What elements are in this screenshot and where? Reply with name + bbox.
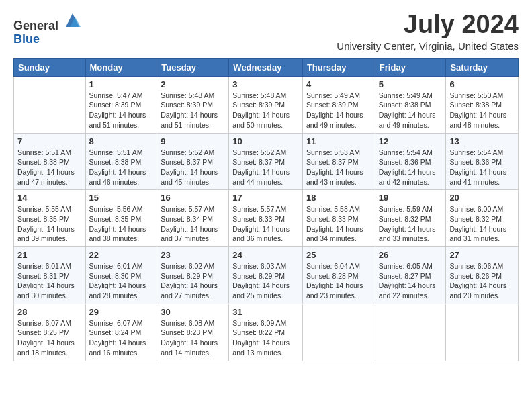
calendar-cell: 19Sunrise: 5:59 AM Sunset: 8:32 PM Dayli… [375,190,446,247]
calendar-cell: 16Sunrise: 5:57 AM Sunset: 8:34 PM Dayli… [157,190,229,247]
day-number: 11 [306,136,371,146]
calendar-cell: 5Sunrise: 5:49 AM Sunset: 8:38 PM Daylig… [375,76,446,133]
day-info: Sunrise: 6:02 AM Sunset: 8:29 PM Dayligh… [161,261,225,301]
day-info: Sunrise: 5:54 AM Sunset: 8:36 PM Dayligh… [449,148,515,187]
day-of-week-thursday: Thursday [302,58,375,76]
day-number: 25 [306,250,371,260]
calendar-cell: 8Sunrise: 5:51 AM Sunset: 8:38 PM Daylig… [85,133,157,190]
day-info: Sunrise: 6:01 AM Sunset: 8:31 PM Dayligh… [17,261,82,301]
calendar-cell: 26Sunrise: 6:05 AM Sunset: 8:27 PM Dayli… [375,247,446,304]
day-number: 16 [161,193,225,203]
calendar-cell [446,304,519,361]
calendar-cell: 18Sunrise: 5:58 AM Sunset: 8:33 PM Dayli… [302,190,375,247]
day-info: Sunrise: 5:57 AM Sunset: 8:34 PM Dayligh… [161,204,225,244]
day-info: Sunrise: 6:03 AM Sunset: 8:29 PM Dayligh… [232,261,299,301]
day-info: Sunrise: 5:56 AM Sunset: 8:35 PM Dayligh… [89,204,154,244]
day-number: 10 [232,136,299,146]
day-of-week-wednesday: Wednesday [229,58,303,76]
calendar-cell [302,304,375,361]
day-info: Sunrise: 5:52 AM Sunset: 8:37 PM Dayligh… [232,148,299,187]
day-number: 2 [161,79,225,89]
calendar-cell: 24Sunrise: 6:03 AM Sunset: 8:29 PM Dayli… [229,247,303,304]
calendar-cell: 21Sunrise: 6:01 AM Sunset: 8:31 PM Dayli… [14,247,86,304]
day-number: 27 [449,250,515,260]
day-number: 30 [161,307,225,317]
calendar-cell: 15Sunrise: 5:56 AM Sunset: 8:35 PM Dayli… [85,190,157,247]
day-info: Sunrise: 5:58 AM Sunset: 8:33 PM Dayligh… [306,204,371,244]
day-number: 14 [17,193,82,203]
calendar-cell: 13Sunrise: 5:54 AM Sunset: 8:36 PM Dayli… [446,133,519,190]
day-info: Sunrise: 6:00 AM Sunset: 8:32 PM Dayligh… [449,204,515,244]
calendar-cell: 17Sunrise: 5:57 AM Sunset: 8:33 PM Dayli… [229,190,303,247]
day-number: 1 [89,79,154,89]
calendar-cell: 6Sunrise: 5:50 AM Sunset: 8:38 PM Daylig… [446,76,519,133]
day-info: Sunrise: 5:55 AM Sunset: 8:35 PM Dayligh… [17,204,82,244]
day-number: 24 [232,250,299,260]
calendar-cell [375,304,446,361]
day-info: Sunrise: 6:07 AM Sunset: 8:24 PM Dayligh… [89,318,154,358]
day-number: 20 [449,193,515,203]
day-info: Sunrise: 5:50 AM Sunset: 8:38 PM Dayligh… [449,91,515,130]
day-number: 4 [306,79,371,89]
calendar-cell: 1Sunrise: 5:47 AM Sunset: 8:39 PM Daylig… [85,76,157,133]
calendar-cell: 29Sunrise: 6:07 AM Sunset: 8:24 PM Dayli… [85,304,157,361]
day-number: 26 [379,250,443,260]
day-number: 19 [379,193,443,203]
day-of-week-saturday: Saturday [446,58,519,76]
logo: General Blue [13,11,82,46]
page-header: General Blue July 2024 University Center… [13,11,519,52]
day-info: Sunrise: 5:48 AM Sunset: 8:39 PM Dayligh… [161,91,225,130]
calendar-cell: 20Sunrise: 6:00 AM Sunset: 8:32 PM Dayli… [446,190,519,247]
calendar-cell: 27Sunrise: 6:06 AM Sunset: 8:26 PM Dayli… [446,247,519,304]
day-number: 7 [17,136,82,146]
logo-general: General [13,11,82,33]
day-info: Sunrise: 5:49 AM Sunset: 8:39 PM Dayligh… [306,91,371,130]
logo-icon [63,11,82,30]
day-info: Sunrise: 6:07 AM Sunset: 8:25 PM Dayligh… [17,318,82,358]
day-info: Sunrise: 5:51 AM Sunset: 8:38 PM Dayligh… [17,148,82,187]
subtitle: University Center, Virginia, United Stat… [337,40,519,52]
day-info: Sunrise: 6:01 AM Sunset: 8:30 PM Dayligh… [89,261,154,301]
day-info: Sunrise: 5:59 AM Sunset: 8:32 PM Dayligh… [379,204,443,244]
day-info: Sunrise: 5:51 AM Sunset: 8:38 PM Dayligh… [89,148,154,187]
day-number: 3 [232,79,299,89]
day-info: Sunrise: 6:08 AM Sunset: 8:23 PM Dayligh… [161,318,225,358]
day-number: 12 [379,136,443,146]
calendar-cell: 10Sunrise: 5:52 AM Sunset: 8:37 PM Dayli… [229,133,303,190]
main-title: July 2024 [337,11,519,39]
day-number: 5 [379,79,443,89]
calendar-cell [14,76,86,133]
day-info: Sunrise: 6:04 AM Sunset: 8:28 PM Dayligh… [306,261,371,301]
calendar-table: SundayMondayTuesdayWednesdayThursdayFrid… [13,58,519,361]
calendar-cell: 25Sunrise: 6:04 AM Sunset: 8:28 PM Dayli… [302,247,375,304]
calendar-cell: 28Sunrise: 6:07 AM Sunset: 8:25 PM Dayli… [14,304,86,361]
day-info: Sunrise: 5:48 AM Sunset: 8:39 PM Dayligh… [232,91,299,130]
calendar-cell: 23Sunrise: 6:02 AM Sunset: 8:29 PM Dayli… [157,247,229,304]
day-number: 18 [306,193,371,203]
day-number: 9 [161,136,225,146]
logo-blue: Blue [13,33,82,46]
calendar-cell: 31Sunrise: 6:09 AM Sunset: 8:22 PM Dayli… [229,304,303,361]
calendar-cell: 30Sunrise: 6:08 AM Sunset: 8:23 PM Dayli… [157,304,229,361]
calendar-cell: 9Sunrise: 5:52 AM Sunset: 8:37 PM Daylig… [157,133,229,190]
day-number: 13 [449,136,515,146]
day-number: 21 [17,250,82,260]
day-info: Sunrise: 5:57 AM Sunset: 8:33 PM Dayligh… [232,204,299,244]
day-number: 29 [89,307,154,317]
day-info: Sunrise: 5:52 AM Sunset: 8:37 PM Dayligh… [161,148,225,187]
day-number: 6 [449,79,515,89]
day-number: 31 [232,307,299,317]
calendar-cell: 14Sunrise: 5:55 AM Sunset: 8:35 PM Dayli… [14,190,86,247]
calendar-cell: 3Sunrise: 5:48 AM Sunset: 8:39 PM Daylig… [229,76,303,133]
calendar-cell: 4Sunrise: 5:49 AM Sunset: 8:39 PM Daylig… [302,76,375,133]
day-number: 22 [89,250,154,260]
calendar-cell: 2Sunrise: 5:48 AM Sunset: 8:39 PM Daylig… [157,76,229,133]
calendar-cell: 11Sunrise: 5:53 AM Sunset: 8:37 PM Dayli… [302,133,375,190]
title-block: July 2024 University Center, Virginia, U… [337,11,519,52]
day-of-week-monday: Monday [85,58,157,76]
calendar-cell: 22Sunrise: 6:01 AM Sunset: 8:30 PM Dayli… [85,247,157,304]
day-number: 15 [89,193,154,203]
day-of-week-friday: Friday [375,58,446,76]
day-of-week-sunday: Sunday [14,58,86,76]
calendar-cell: 7Sunrise: 5:51 AM Sunset: 8:38 PM Daylig… [14,133,86,190]
